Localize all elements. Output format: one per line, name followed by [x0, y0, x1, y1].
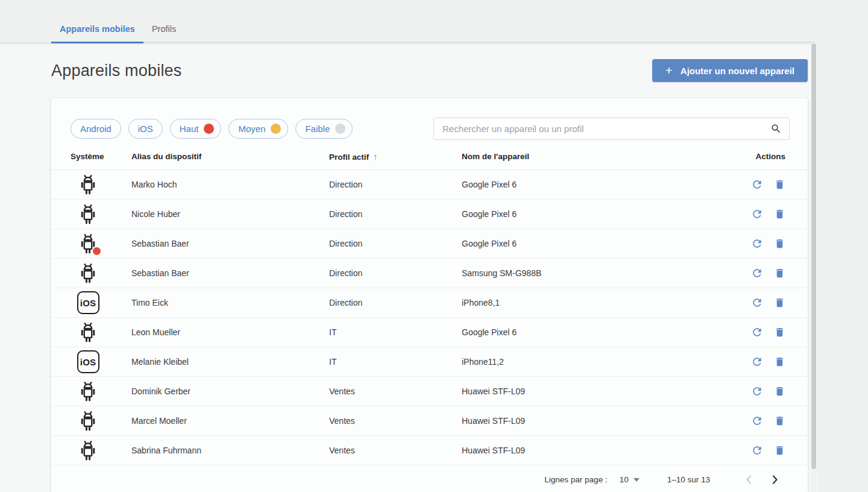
system-cell — [71, 379, 131, 403]
system-cell — [71, 261, 131, 285]
search-icon[interactable] — [770, 123, 782, 134]
device-row[interactable]: Dominik Gerber Ventes Huawei STF-L09 — [51, 377, 808, 406]
delete-button[interactable] — [774, 444, 785, 456]
delete-button[interactable] — [774, 297, 785, 309]
trash-icon — [774, 444, 785, 456]
trash-icon — [774, 238, 785, 250]
trash-icon — [774, 385, 785, 397]
refresh-icon — [751, 385, 763, 397]
system-cell — [71, 202, 131, 226]
android-icon — [78, 203, 98, 226]
device-alias: Sabrina Fuhrmann — [131, 446, 329, 455]
refresh-button[interactable] — [751, 326, 763, 338]
vertical-scrollbar-track[interactable] — [811, 42, 816, 492]
device-name: iPhone8,1 — [462, 298, 719, 308]
device-row[interactable]: Nicole Huber Direction Google Pixel 6 — [51, 200, 808, 229]
tab-bar: Appareils mobiles Profils — [51, 17, 184, 43]
column-header-profil-actif[interactable]: Profil actif↑ — [329, 151, 462, 162]
active-profile: Direction — [329, 239, 462, 248]
device-name: Google Pixel 6 — [462, 180, 719, 189]
refresh-icon — [751, 297, 763, 309]
pagination-range: 1–10 sur 13 — [667, 475, 710, 484]
trash-icon — [774, 415, 785, 427]
content-panel: Appareils mobiles + Ajouter un nouvel ap… — [0, 42, 817, 492]
filter-chip-faible[interactable]: Faible — [295, 119, 353, 139]
device-alias: Marko Hoch — [131, 180, 329, 189]
active-profile: Ventes — [329, 416, 462, 426]
table-body: Marko Hoch Direction Google Pixel 6 — [51, 170, 808, 465]
filter-chip-moyen[interactable]: Moyen — [228, 119, 288, 139]
ios-icon: iOS — [77, 291, 99, 314]
system-cell — [71, 320, 131, 344]
device-row[interactable]: Marko Hoch Direction Google Pixel 6 — [51, 170, 808, 200]
refresh-button[interactable] — [751, 238, 763, 250]
filter-chip-group: Android iOS Haut Moyen Faible — [71, 119, 353, 139]
device-row[interactable]: iOS Timo Eick Direction iPhone8,1 — [51, 288, 808, 318]
filter-chip-label: Haut — [180, 124, 199, 134]
android-icon — [78, 440, 98, 462]
device-alias: Leon Mueller — [131, 327, 329, 337]
sort-ascending-icon: ↑ — [373, 151, 378, 162]
refresh-button[interactable] — [751, 297, 763, 309]
column-header-actions: Actions — [719, 152, 785, 161]
refresh-icon — [751, 415, 763, 427]
refresh-button[interactable] — [751, 385, 763, 397]
delete-button[interactable] — [774, 178, 785, 191]
filter-chip-android[interactable]: Android — [71, 119, 121, 139]
refresh-icon — [751, 326, 763, 338]
column-header-alias: Alias du dispositif — [131, 152, 329, 161]
pagination-next-button[interactable] — [769, 473, 781, 486]
column-header-systeme: Système — [71, 152, 131, 161]
trash-icon — [774, 178, 785, 191]
system-cell: iOS — [71, 291, 131, 315]
trash-icon — [774, 267, 785, 279]
device-row[interactable]: Sabrina Fuhrmann Ventes Huawei STF-L09 — [51, 436, 808, 465]
device-row[interactable]: iOS Melanie Kleibel IT iPhone11,2 — [51, 347, 808, 377]
add-device-button[interactable]: + Ajouter un nouvel appareil — [652, 59, 808, 82]
android-icon — [78, 380, 98, 403]
device-row[interactable]: Leon Mueller IT Google Pixel 6 — [51, 318, 808, 347]
refresh-button[interactable] — [751, 267, 763, 279]
refresh-icon — [751, 444, 763, 456]
devices-card: Android iOS Haut Moyen Faible Système Al… — [51, 98, 808, 492]
table-header: Système Alias du dispositif Profil actif… — [51, 144, 808, 170]
search-input[interactable] — [442, 124, 770, 134]
delete-button[interactable] — [774, 267, 785, 279]
active-profile: Direction — [329, 268, 462, 278]
active-profile: Direction — [329, 180, 462, 189]
refresh-button[interactable] — [751, 356, 763, 368]
delete-button[interactable] — [774, 326, 785, 338]
delete-button[interactable] — [774, 356, 785, 368]
device-name: Huawei STF-L09 — [462, 416, 719, 426]
active-profile: IT — [329, 327, 462, 337]
refresh-button[interactable] — [751, 415, 763, 427]
delete-button[interactable] — [774, 385, 785, 397]
delete-button[interactable] — [774, 238, 785, 250]
filter-chip-haut[interactable]: Haut — [170, 119, 222, 139]
system-cell: iOS — [71, 350, 131, 374]
device-row[interactable]: Marcel Moeller Ventes Huawei STF-L09 — [51, 406, 808, 436]
tab-appareils-mobiles[interactable]: Appareils mobiles — [51, 17, 143, 43]
ios-icon: iOS — [77, 350, 99, 373]
rows-per-page-select[interactable]: 10 — [620, 475, 640, 484]
refresh-icon — [751, 178, 763, 191]
system-cell — [71, 438, 131, 462]
device-name: Google Pixel 6 — [462, 327, 719, 337]
chevron-left-icon — [743, 473, 755, 486]
priority-dot-icon — [204, 124, 214, 134]
device-alias: Sebastian Baer — [131, 268, 329, 278]
delete-button[interactable] — [774, 415, 785, 427]
alert-badge-icon — [93, 247, 101, 255]
pagination-bar: Lignes par page : 10 1–10 sur 13 — [51, 465, 808, 492]
refresh-button[interactable] — [751, 444, 763, 456]
refresh-button[interactable] — [751, 178, 763, 191]
refresh-button[interactable] — [751, 208, 763, 220]
device-row[interactable]: Sebastian Baer Direction Samsung SM-G988… — [51, 259, 808, 288]
device-row[interactable]: Sebastian Baer Direction Google Pixel 6 — [51, 229, 808, 259]
device-name: Samsung SM-G988B — [462, 268, 719, 278]
vertical-scrollbar-thumb[interactable] — [811, 43, 816, 469]
priority-dot-icon — [271, 124, 281, 134]
delete-button[interactable] — [774, 208, 785, 220]
tab-profils[interactable]: Profils — [143, 17, 184, 43]
filter-chip-ios[interactable]: iOS — [128, 119, 163, 139]
